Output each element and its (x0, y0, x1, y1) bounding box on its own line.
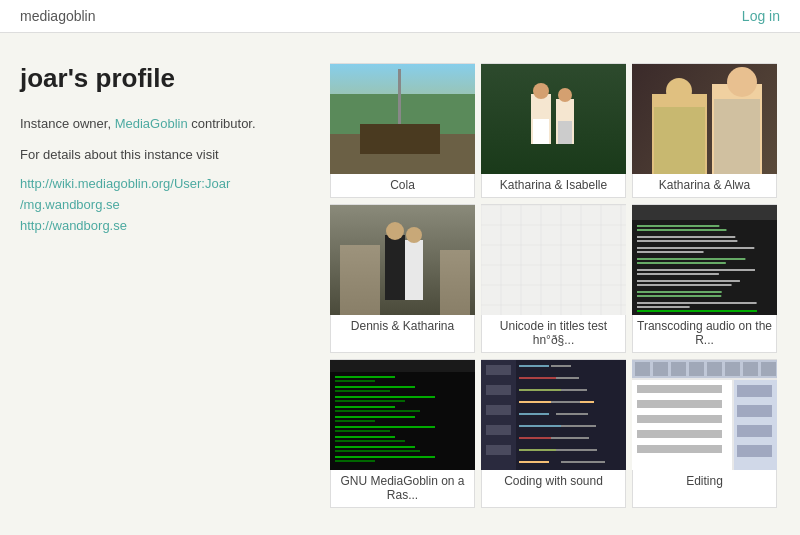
media-thumb-katharina-isabelle (481, 64, 626, 174)
media-label-katharina-isabelle: Katharina & Isabelle (482, 174, 625, 197)
media-thumb-gnu-mediagoblin (330, 360, 475, 470)
login-link[interactable]: Log in (742, 8, 780, 24)
profile-description: Instance owner, MediaGoblin contributor. (20, 114, 300, 135)
media-thumb-katharina-alwa (632, 64, 777, 174)
media-thumb-dennis-katharina (330, 205, 475, 315)
media-thumb-transcoding-audio (632, 205, 777, 315)
sidebar: joar's profile Instance owner, MediaGobl… (20, 63, 300, 508)
media-label-cola: Cola (331, 174, 474, 197)
media-item-dennis-katharina[interactable]: Dennis & Katharina (330, 204, 475, 353)
site-header: mediagoblin Log in (0, 0, 800, 33)
media-label-gnu-mediagoblin: GNU MediaGoblin on a Ras... (331, 470, 474, 507)
site-title: mediagoblin (20, 8, 96, 24)
media-item-transcoding-audio[interactable]: Transcoding audio on the R... (632, 204, 777, 353)
media-label-transcoding-audio: Transcoding audio on the R... (633, 315, 776, 352)
media-grid: ColaKatharina & IsabelleKatharina & Alwa… (330, 63, 780, 508)
media-item-gnu-mediagoblin[interactable]: GNU MediaGoblin on a Ras... (330, 359, 475, 508)
wiki-link[interactable]: http://wiki.mediagoblin.org/User:Joar (20, 176, 300, 191)
media-item-katharina-isabelle[interactable]: Katharina & Isabelle (481, 63, 626, 198)
media-label-editing: Editing (633, 470, 776, 493)
media-item-coding-sound[interactable]: Coding with sound (481, 359, 626, 508)
main-content: joar's profile Instance owner, MediaGobl… (0, 33, 800, 528)
media-label-coding-sound: Coding with sound (482, 470, 625, 493)
media-label-katharina-alwa: Katharina & Alwa (633, 174, 776, 197)
media-label-dennis-katharina: Dennis & Katharina (331, 315, 474, 338)
media-canvas-katharina-alwa (632, 64, 777, 174)
media-item-cola[interactable]: Cola (330, 63, 475, 198)
media-item-editing[interactable]: Editing (632, 359, 777, 508)
media-thumb-editing (632, 360, 777, 470)
media-thumb-cola (330, 64, 475, 174)
media-canvas-dennis-katharina (330, 205, 475, 315)
media-label-unicode-titles: Unicode in titles test hn°ð§... (482, 315, 625, 352)
mg-link[interactable]: /mg.wandborg.se (20, 197, 300, 212)
media-canvas-coding-sound (481, 360, 626, 470)
media-canvas-cola (330, 64, 475, 174)
mediagoblin-link[interactable]: MediaGoblin (115, 116, 188, 131)
media-canvas-gnu-mediagoblin (330, 360, 475, 470)
description-after: contributor. (188, 116, 256, 131)
profile-title: joar's profile (20, 63, 300, 94)
details-text: For details about this instance visit (20, 145, 300, 166)
media-thumb-coding-sound (481, 360, 626, 470)
media-canvas-transcoding-audio (632, 205, 777, 315)
media-canvas-unicode-titles (481, 205, 626, 315)
media-item-katharina-alwa[interactable]: Katharina & Alwa (632, 63, 777, 198)
media-canvas-katharina-isabelle (481, 64, 626, 174)
wandborg-link[interactable]: http://wandborg.se (20, 218, 300, 233)
media-thumb-unicode-titles (481, 205, 626, 315)
media-canvas-editing (632, 360, 777, 470)
description-before: Instance owner, (20, 116, 115, 131)
media-item-unicode-titles[interactable]: Unicode in titles test hn°ð§... (481, 204, 626, 353)
